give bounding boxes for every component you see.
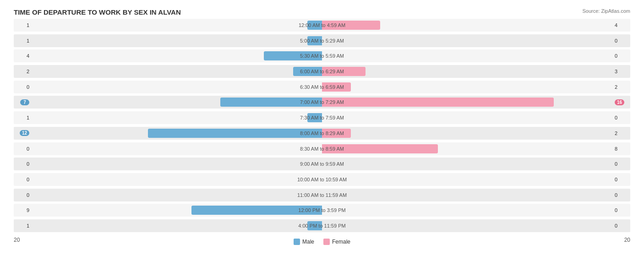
legend: Male Female xyxy=(294,239,350,245)
right-value: 0 xyxy=(612,207,630,213)
time-label: 10:00 AM to 10:59 AM xyxy=(297,177,347,182)
time-label: 6:00 AM to 6:29 AM xyxy=(300,69,344,74)
time-label: 4:00 PM to 11:59 PM xyxy=(298,223,345,228)
left-value: 0 xyxy=(14,146,32,152)
axis-max-right: 20 xyxy=(612,237,630,243)
time-label: 8:00 AM to 8:29 AM xyxy=(300,131,344,136)
bar-center: 7:30 AM to 7:59 AM xyxy=(32,111,612,124)
bar-row: 14:00 PM to 11:59 PM0 xyxy=(14,219,630,232)
bar-center: 5:00 AM to 5:29 AM xyxy=(32,34,612,47)
time-label: 9:00 AM to 9:59 AM xyxy=(300,161,344,167)
bottom-area: 20 Male Female 20 xyxy=(14,235,630,245)
bar-center: 6:00 AM to 6:29 AM xyxy=(32,65,612,78)
legend-male: Male xyxy=(294,239,314,245)
bar-row: 011:00 AM to 11:59 AM0 xyxy=(14,189,630,201)
bar-center: 10:00 AM to 10:59 AM xyxy=(32,173,612,186)
left-value: 4 xyxy=(14,53,32,59)
bar-center: 12:00 PM to 3:59 PM xyxy=(32,204,612,217)
bar-row: 06:30 AM to 6:59 AM2 xyxy=(14,81,630,93)
right-value: 0 xyxy=(612,115,630,120)
right-value: 2 xyxy=(612,84,630,90)
bar-row: 45:30 AM to 5:59 AM0 xyxy=(14,49,630,62)
bar-center: 5:30 AM to 5:59 AM xyxy=(32,49,612,62)
bar-center: 7:00 AM to 7:29 AM xyxy=(32,96,612,109)
right-value: 0 xyxy=(612,161,630,167)
right-value: 4 xyxy=(612,22,630,28)
time-label: 12:00 PM to 3:59 PM xyxy=(298,207,345,213)
time-label: 7:00 AM to 7:29 AM xyxy=(300,99,344,105)
time-label: 5:30 AM to 5:59 AM xyxy=(300,53,344,59)
bar-row: 15:00 AM to 5:29 AM0 xyxy=(14,34,630,47)
left-value: 0 xyxy=(14,192,32,198)
legend-female: Female xyxy=(323,239,350,245)
right-value: 3 xyxy=(612,69,630,74)
bar-center: 11:00 AM to 11:59 AM xyxy=(32,189,612,201)
legend-female-label: Female xyxy=(332,239,350,245)
chart-area: 112:00 AM to 4:59 AM415:00 AM to 5:29 AM… xyxy=(14,19,630,232)
bar-row: 09:00 AM to 9:59 AM0 xyxy=(14,158,630,170)
left-value: 1 xyxy=(14,22,32,28)
right-value: 2 xyxy=(612,131,630,136)
right-value: 8 xyxy=(612,146,630,152)
time-label: 11:00 AM to 11:59 AM xyxy=(297,192,347,198)
bar-row: 128:00 AM to 8:29 AM2 xyxy=(14,127,630,140)
left-value: 0 xyxy=(14,84,32,90)
bar-row: 010:00 AM to 10:59 AM0 xyxy=(14,173,630,186)
bar-center: 9:00 AM to 9:59 AM xyxy=(32,158,612,170)
source-text: Source: ZipAtlas.com xyxy=(582,8,630,14)
legend-male-box xyxy=(294,239,300,245)
bar-center: 12:00 AM to 4:59 AM xyxy=(32,19,612,32)
left-value: 1 xyxy=(14,115,32,120)
chart-container: TIME OF DEPARTURE TO WORK BY SEX IN ALVA… xyxy=(0,0,644,272)
left-value: 9 xyxy=(14,207,32,213)
time-label: 6:30 AM to 6:59 AM xyxy=(300,84,344,90)
left-value: 1 xyxy=(14,38,32,44)
bar-row: 17:30 AM to 7:59 AM0 xyxy=(14,111,630,124)
left-value: 0 xyxy=(14,161,32,167)
left-value: 1 xyxy=(14,223,32,228)
right-value: 0 xyxy=(612,38,630,44)
right-value: 0 xyxy=(612,192,630,198)
time-label: 7:30 AM to 7:59 AM xyxy=(300,115,344,120)
bar-row: 112:00 AM to 4:59 AM4 xyxy=(14,19,630,32)
axis-min-left: 20 xyxy=(14,237,32,243)
left-value: 2 xyxy=(14,69,32,74)
chart-title: TIME OF DEPARTURE TO WORK BY SEX IN ALVA… xyxy=(14,8,630,16)
bar-center: 6:30 AM to 6:59 AM xyxy=(32,81,612,93)
bar-center: 8:30 AM to 8:59 AM xyxy=(32,142,612,155)
male-bar xyxy=(148,129,322,138)
bar-row: 77:00 AM to 7:29 AM16 xyxy=(14,96,630,109)
rows-container: 112:00 AM to 4:59 AM415:00 AM to 5:29 AM… xyxy=(14,19,630,232)
left-value: 0 xyxy=(14,177,32,182)
time-label: 12:00 AM to 4:59 AM xyxy=(299,22,345,28)
right-value: 0 xyxy=(612,223,630,228)
bar-center: 8:00 AM to 8:29 AM xyxy=(32,127,612,140)
time-label: 8:30 AM to 8:59 AM xyxy=(300,146,344,152)
right-value: 0 xyxy=(612,53,630,59)
bar-row: 912:00 PM to 3:59 PM0 xyxy=(14,204,630,217)
bar-row: 08:30 AM to 8:59 AM8 xyxy=(14,142,630,155)
legend-male-label: Male xyxy=(302,239,314,245)
bar-center: 4:00 PM to 11:59 PM xyxy=(32,219,612,232)
right-value: 0 xyxy=(612,177,630,182)
time-label: 5:00 AM to 5:29 AM xyxy=(300,38,344,44)
bar-row: 26:00 AM to 6:29 AM3 xyxy=(14,65,630,78)
female-bar xyxy=(322,98,554,107)
left-value: 7 xyxy=(14,99,32,105)
right-value: 16 xyxy=(612,99,630,105)
left-value: 12 xyxy=(14,130,32,136)
legend-female-box xyxy=(323,239,330,245)
